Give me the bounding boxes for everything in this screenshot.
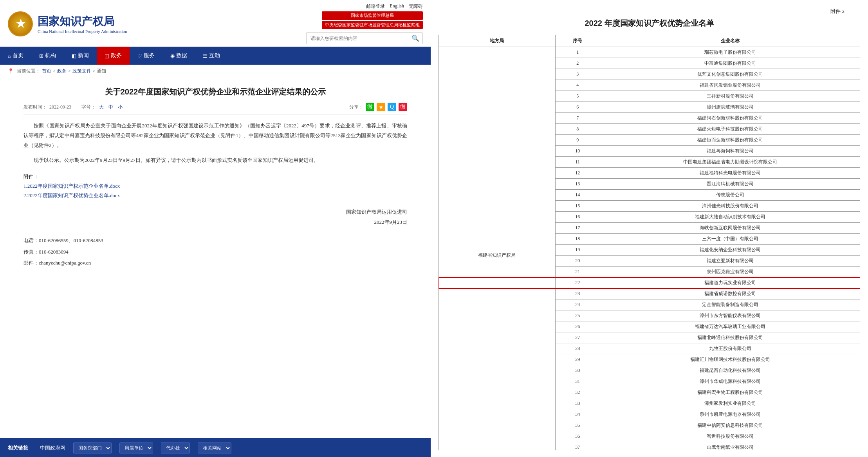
nav-news[interactable]: ◧ 新闻 [64,47,97,65]
row-number: 23 [555,288,600,299]
company-name: 泉州匹克鞋业有限公司 [600,267,860,277]
nav-service[interactable]: ♡ 服务 [130,47,162,65]
nav-news-label: 新闻 [78,52,89,59]
footer-gov-link[interactable]: 中国政府网 [40,444,65,452]
company-name: 三六一度（中国）有限公司 [600,234,860,245]
row-number: 31 [555,376,600,387]
breadcrumb-notice: 通知 [97,68,106,74]
english-link[interactable]: English [390,3,404,10]
row-number: 34 [555,409,600,420]
row-number: 3 [555,69,600,80]
nav-data-label: 数据 [176,52,187,59]
header-right: 邮箱登录 English 无障碍 国家市场监督管理总局 中央纪委国家监委驻市场监… [306,3,423,44]
company-name: 漳州市东方智能仪表有限公司 [600,310,860,321]
breadcrumb-gov[interactable]: 政务 [57,68,67,74]
partner-link-2[interactable]: 中央纪委国家监委驻市场监督管理总局纪检监察组 [322,21,423,29]
company-name: 漳州家发利实业有限公司 [600,398,860,409]
share-qq[interactable]: Q [388,103,396,111]
font-size-medium[interactable]: 中 [108,104,113,111]
article-body: 按照《国家知识产权局办公室关于面向企业开展2022年度知识产权强国建设示范工作的… [23,121,407,165]
annex-title: 2022 年度国家知识产权优势企业名单 [439,18,860,29]
footer-state-council-select[interactable]: 国务院部门 [73,442,112,453]
nav-home[interactable]: ⌂ 首页 [0,47,31,65]
footer-related-select[interactable]: 相关网站 [198,442,231,453]
company-name: 福建科宏生物工程股份有限公司 [600,387,860,398]
breadcrumb: 📍 当前位置： 首页 > 政务 > 政策文件 > 通知 [0,65,431,78]
company-name: 福建化安纳企业科技有限公司 [600,245,860,256]
breadcrumb-home[interactable]: 首页 [42,68,51,74]
company-name: 瑞芯微电子股份有限公司 [600,47,860,58]
row-number: 14 [555,190,600,201]
issue-date: 2022年9月23日 [23,217,407,227]
row-number: 20 [555,256,600,267]
company-table: 地方局 序号 企业名称 福建省知识产权局1瑞芯微电子股份有限公司2中富通集团股份… [439,35,860,450]
footer-bureau-unit: 局属单位 [119,442,153,453]
row-number: 37 [555,442,600,451]
nav-org[interactable]: ⊞ 机构 [31,47,64,65]
partner-link-1[interactable]: 国家市场监督管理总局 [322,11,423,20]
mailbox-link[interactable]: 邮箱登录 [366,3,385,10]
row-number: 35 [555,420,600,431]
attachment-2[interactable]: 2.2022年度国家知识产权优势企业名单.docx [23,192,407,199]
footer-label: 相关链接 [8,444,28,452]
row-number: 26 [555,321,600,332]
nav-interact[interactable]: ☰ 互动 [195,47,228,65]
nav-gov-label: 政务 [111,52,122,59]
font-size-large[interactable]: 大 [99,104,104,111]
company-name: 定金智能装备制造有限公司 [600,299,860,310]
company-name: 三祥新材股份有限公司 [600,91,860,102]
pin-icon: 📍 [8,68,14,74]
search-input[interactable] [307,34,408,43]
company-name: 泉州市凯豊电源电器有限公司 [600,409,860,420]
interact-icon: ☰ [203,53,208,59]
company-name: 福建昆百自动化科技有限公司 [600,365,860,376]
font-size-small[interactable]: 小 [118,104,123,111]
share-favorite[interactable]: ★ [377,103,385,111]
row-number: 33 [555,398,600,409]
row-number: 8 [555,124,600,135]
row-number: 32 [555,387,600,398]
company-name: 漳州佳光科技股份有限公司 [600,201,860,212]
attachment-1[interactable]: 1.2022年度国家知识产权示范企业名单.docx [23,183,407,190]
article-date: 2022-09-23 [49,104,71,110]
footer-bureau-unit-select[interactable]: 局属单位 [119,442,153,453]
company-name: 福建省闽发铝业股份有限公司 [600,80,860,91]
contact-phone: 电话：010-62086559、010-62084853 [23,235,407,247]
share-weibo[interactable]: 微 [399,103,407,111]
row-number: 6 [555,102,600,113]
company-name: 福建北峰通信科技股份有限公司 [600,332,860,343]
company-name: 福建火炬电子科技股份有限公司 [600,124,860,135]
main-nav: ⌂ 首页 ⊞ 机构 ◧ 新闻 ◫ 政务 ♡ 服务 ◉ 数据 ☰ 互动 [0,47,431,65]
date-label: 发布时间： [23,104,47,111]
org-icon: ⊞ [39,53,43,59]
contact-email: 邮件：chanyechu@cnipa.gov.cn [23,258,407,269]
company-name: 福建省万达汽车玻璃工业有限公司 [600,321,860,332]
nav-home-label: 首页 [13,52,23,59]
site-title-cn: 国家知识产权局 [38,14,127,29]
row-number: 12 [555,168,600,179]
share-wechat[interactable]: 微 [366,103,374,111]
contact-fax: 传真：010-62083094 [23,247,407,258]
nav-data[interactable]: ◉ 数据 [162,47,195,65]
company-name: 福建立亚新材有限公司 [600,256,860,267]
nav-gov[interactable]: ◫ 政务 [97,47,130,65]
company-name: 中富通集团股份有限公司 [600,58,860,69]
header-links: 邮箱登录 English 无障碍 [366,3,423,10]
company-name: 福建阿石创新材料股份有限公司 [600,113,860,124]
font-label: 字号： [81,104,96,111]
company-name: 福建道力玩实业有限公司 [600,277,860,288]
footer-agency-select[interactable]: 代办处 [161,442,190,453]
search-button[interactable]: 🔍 [408,33,422,44]
breadcrumb-policy[interactable]: 政策文件 [72,68,91,74]
company-name: 福建中信阿安信息科技有限公司 [600,420,860,431]
company-name: 漳州旗滨玻璃有限公司 [600,102,860,113]
table-row: 福建省知识产权局1瑞芯微电子股份有限公司 [439,47,860,58]
company-name: 智世科技股份有限公司 [600,431,860,442]
row-number: 36 [555,431,600,442]
row-number: 16 [555,212,600,223]
service-icon: ♡ [137,53,142,59]
company-name: 山鹰华南纸业有限公司 [600,442,860,451]
row-number: 15 [555,201,600,212]
accessible-link[interactable]: 无障碍 [409,3,423,10]
annex-label: 附件 2 [439,8,860,15]
